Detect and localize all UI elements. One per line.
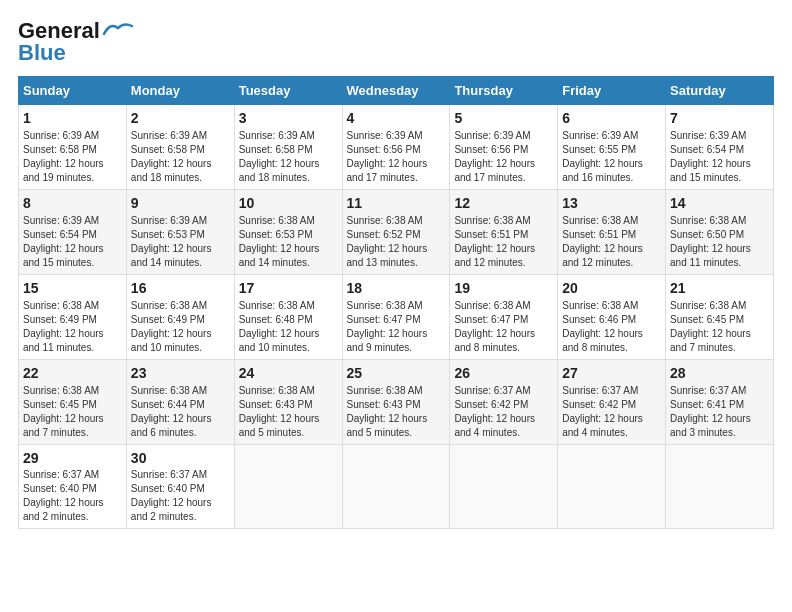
- day-number: 15: [23, 279, 122, 298]
- header: General Blue: [18, 18, 774, 66]
- day-number: 22: [23, 364, 122, 383]
- calendar-cell: 11Sunrise: 6:38 AMSunset: 6:52 PMDayligh…: [342, 189, 450, 274]
- day-number: 9: [131, 194, 230, 213]
- day-header-thursday: Thursday: [450, 77, 558, 105]
- cell-info: Sunrise: 6:37 AMSunset: 6:42 PMDaylight:…: [454, 384, 553, 440]
- calendar-cell: 10Sunrise: 6:38 AMSunset: 6:53 PMDayligh…: [234, 189, 342, 274]
- day-number: 8: [23, 194, 122, 213]
- day-number: 6: [562, 109, 661, 128]
- calendar-cell: 19Sunrise: 6:38 AMSunset: 6:47 PMDayligh…: [450, 274, 558, 359]
- calendar-cell: [450, 444, 558, 529]
- calendar-cell: 7Sunrise: 6:39 AMSunset: 6:54 PMDaylight…: [666, 105, 774, 190]
- cell-info: Sunrise: 6:37 AMSunset: 6:41 PMDaylight:…: [670, 384, 769, 440]
- day-number: 16: [131, 279, 230, 298]
- day-number: 12: [454, 194, 553, 213]
- day-header-tuesday: Tuesday: [234, 77, 342, 105]
- cell-info: Sunrise: 6:38 AMSunset: 6:47 PMDaylight:…: [454, 299, 553, 355]
- day-number: 2: [131, 109, 230, 128]
- cell-info: Sunrise: 6:39 AMSunset: 6:54 PMDaylight:…: [23, 214, 122, 270]
- calendar-cell: 20Sunrise: 6:38 AMSunset: 6:46 PMDayligh…: [558, 274, 666, 359]
- day-number: 29: [23, 449, 122, 468]
- cell-info: Sunrise: 6:38 AMSunset: 6:49 PMDaylight:…: [131, 299, 230, 355]
- cell-info: Sunrise: 6:38 AMSunset: 6:45 PMDaylight:…: [670, 299, 769, 355]
- cell-info: Sunrise: 6:38 AMSunset: 6:47 PMDaylight:…: [347, 299, 446, 355]
- day-number: 26: [454, 364, 553, 383]
- day-number: 11: [347, 194, 446, 213]
- cell-info: Sunrise: 6:38 AMSunset: 6:43 PMDaylight:…: [239, 384, 338, 440]
- calendar-cell: 26Sunrise: 6:37 AMSunset: 6:42 PMDayligh…: [450, 359, 558, 444]
- calendar-cell: 18Sunrise: 6:38 AMSunset: 6:47 PMDayligh…: [342, 274, 450, 359]
- day-number: 4: [347, 109, 446, 128]
- page: General Blue SundayMondayTuesdayWednesda…: [0, 0, 792, 539]
- week-row-4: 22Sunrise: 6:38 AMSunset: 6:45 PMDayligh…: [19, 359, 774, 444]
- cell-info: Sunrise: 6:39 AMSunset: 6:58 PMDaylight:…: [23, 129, 122, 185]
- day-number: 1: [23, 109, 122, 128]
- day-number: 10: [239, 194, 338, 213]
- cell-info: Sunrise: 6:38 AMSunset: 6:52 PMDaylight:…: [347, 214, 446, 270]
- calendar-cell: 16Sunrise: 6:38 AMSunset: 6:49 PMDayligh…: [126, 274, 234, 359]
- day-number: 17: [239, 279, 338, 298]
- day-number: 28: [670, 364, 769, 383]
- calendar-cell: 13Sunrise: 6:38 AMSunset: 6:51 PMDayligh…: [558, 189, 666, 274]
- calendar-cell: 29Sunrise: 6:37 AMSunset: 6:40 PMDayligh…: [19, 444, 127, 529]
- day-header-sunday: Sunday: [19, 77, 127, 105]
- calendar-cell: 9Sunrise: 6:39 AMSunset: 6:53 PMDaylight…: [126, 189, 234, 274]
- day-header-saturday: Saturday: [666, 77, 774, 105]
- day-number: 5: [454, 109, 553, 128]
- day-number: 21: [670, 279, 769, 298]
- cell-info: Sunrise: 6:39 AMSunset: 6:55 PMDaylight:…: [562, 129, 661, 185]
- cell-info: Sunrise: 6:39 AMSunset: 6:56 PMDaylight:…: [454, 129, 553, 185]
- week-row-2: 8Sunrise: 6:39 AMSunset: 6:54 PMDaylight…: [19, 189, 774, 274]
- calendar-cell: 15Sunrise: 6:38 AMSunset: 6:49 PMDayligh…: [19, 274, 127, 359]
- calendar-cell: 4Sunrise: 6:39 AMSunset: 6:56 PMDaylight…: [342, 105, 450, 190]
- day-number: 13: [562, 194, 661, 213]
- logo-blue: Blue: [18, 40, 66, 66]
- calendar-cell: 23Sunrise: 6:38 AMSunset: 6:44 PMDayligh…: [126, 359, 234, 444]
- cell-info: Sunrise: 6:38 AMSunset: 6:53 PMDaylight:…: [239, 214, 338, 270]
- cell-info: Sunrise: 6:38 AMSunset: 6:51 PMDaylight:…: [562, 214, 661, 270]
- cell-info: Sunrise: 6:39 AMSunset: 6:54 PMDaylight:…: [670, 129, 769, 185]
- logo-bird-icon: [102, 20, 134, 38]
- cell-info: Sunrise: 6:39 AMSunset: 6:58 PMDaylight:…: [239, 129, 338, 185]
- calendar-table: SundayMondayTuesdayWednesdayThursdayFrid…: [18, 76, 774, 529]
- day-header-friday: Friday: [558, 77, 666, 105]
- calendar-cell: 24Sunrise: 6:38 AMSunset: 6:43 PMDayligh…: [234, 359, 342, 444]
- cell-info: Sunrise: 6:38 AMSunset: 6:43 PMDaylight:…: [347, 384, 446, 440]
- day-number: 20: [562, 279, 661, 298]
- cell-info: Sunrise: 6:38 AMSunset: 6:45 PMDaylight:…: [23, 384, 122, 440]
- calendar-cell: 3Sunrise: 6:39 AMSunset: 6:58 PMDaylight…: [234, 105, 342, 190]
- day-number: 25: [347, 364, 446, 383]
- calendar-cell: 27Sunrise: 6:37 AMSunset: 6:42 PMDayligh…: [558, 359, 666, 444]
- day-number: 30: [131, 449, 230, 468]
- cell-info: Sunrise: 6:38 AMSunset: 6:49 PMDaylight:…: [23, 299, 122, 355]
- calendar-cell: [342, 444, 450, 529]
- calendar-cell: 8Sunrise: 6:39 AMSunset: 6:54 PMDaylight…: [19, 189, 127, 274]
- week-row-1: 1Sunrise: 6:39 AMSunset: 6:58 PMDaylight…: [19, 105, 774, 190]
- day-number: 14: [670, 194, 769, 213]
- day-header-monday: Monday: [126, 77, 234, 105]
- day-header-wednesday: Wednesday: [342, 77, 450, 105]
- cell-info: Sunrise: 6:37 AMSunset: 6:40 PMDaylight:…: [23, 468, 122, 524]
- calendar-cell: 30Sunrise: 6:37 AMSunset: 6:40 PMDayligh…: [126, 444, 234, 529]
- cell-info: Sunrise: 6:39 AMSunset: 6:58 PMDaylight:…: [131, 129, 230, 185]
- cell-info: Sunrise: 6:38 AMSunset: 6:44 PMDaylight:…: [131, 384, 230, 440]
- cell-info: Sunrise: 6:38 AMSunset: 6:48 PMDaylight:…: [239, 299, 338, 355]
- day-number: 3: [239, 109, 338, 128]
- logo: General Blue: [18, 18, 134, 66]
- calendar-cell: 1Sunrise: 6:39 AMSunset: 6:58 PMDaylight…: [19, 105, 127, 190]
- day-number: 18: [347, 279, 446, 298]
- calendar-cell: 17Sunrise: 6:38 AMSunset: 6:48 PMDayligh…: [234, 274, 342, 359]
- cell-info: Sunrise: 6:39 AMSunset: 6:53 PMDaylight:…: [131, 214, 230, 270]
- calendar-cell: 5Sunrise: 6:39 AMSunset: 6:56 PMDaylight…: [450, 105, 558, 190]
- day-number: 7: [670, 109, 769, 128]
- week-row-3: 15Sunrise: 6:38 AMSunset: 6:49 PMDayligh…: [19, 274, 774, 359]
- day-number: 19: [454, 279, 553, 298]
- calendar-cell: 22Sunrise: 6:38 AMSunset: 6:45 PMDayligh…: [19, 359, 127, 444]
- cell-info: Sunrise: 6:39 AMSunset: 6:56 PMDaylight:…: [347, 129, 446, 185]
- day-number: 23: [131, 364, 230, 383]
- calendar-cell: [666, 444, 774, 529]
- cell-info: Sunrise: 6:37 AMSunset: 6:42 PMDaylight:…: [562, 384, 661, 440]
- day-number: 24: [239, 364, 338, 383]
- calendar-cell: 28Sunrise: 6:37 AMSunset: 6:41 PMDayligh…: [666, 359, 774, 444]
- calendar-cell: 14Sunrise: 6:38 AMSunset: 6:50 PMDayligh…: [666, 189, 774, 274]
